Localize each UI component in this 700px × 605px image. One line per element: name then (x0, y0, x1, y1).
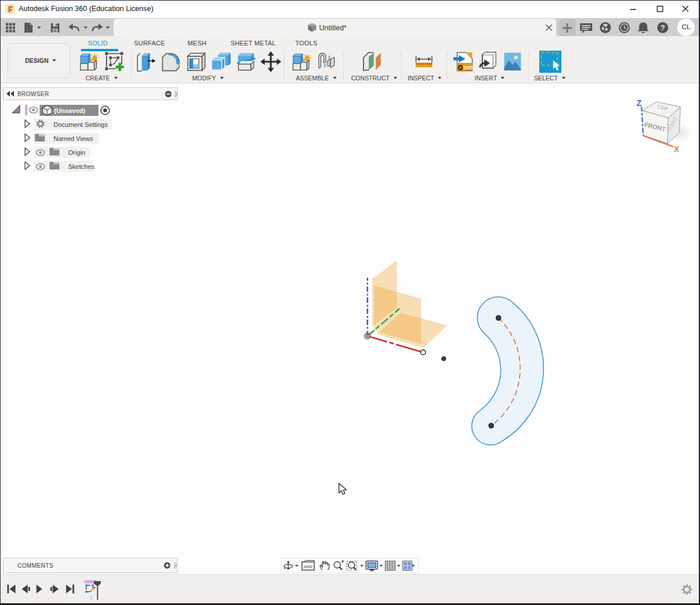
svg-text:Z: Z (637, 98, 642, 108)
svg-text:SVG: SVG (463, 64, 473, 70)
svg-text:?: ? (660, 23, 665, 32)
svg-text:X: X (674, 144, 680, 154)
